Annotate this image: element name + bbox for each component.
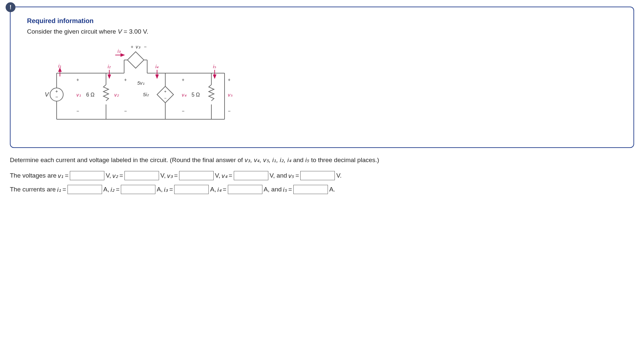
svg-text:−: − <box>144 44 147 49</box>
question-vars: v₃, v₄, v₅, i₁, i₂, i₄ <box>245 157 291 163</box>
svg-text:+: + <box>124 77 127 82</box>
alert-icon: ! <box>6 2 15 12</box>
i2-var: i₂ <box>111 186 115 193</box>
svg-marker-29 <box>121 54 124 56</box>
svg-text:+: + <box>131 44 133 49</box>
v5-label: v₅ <box>228 92 233 98</box>
v4-label: v₄ <box>182 92 187 98</box>
currents-lead: The currents are <box>10 186 56 193</box>
i5-var: i₅ <box>283 186 287 193</box>
circuit-diagram: + − V 6 Ω 5 Ω + v₃ − 5v₁ + − 5i₂ <box>27 42 617 134</box>
svg-marker-33 <box>213 75 216 78</box>
v5-input[interactable] <box>300 171 335 180</box>
eq2v: = <box>120 172 123 179</box>
i1-var: i₁ <box>57 186 61 193</box>
eq3i: = <box>169 186 173 193</box>
v4-input[interactable] <box>234 171 268 180</box>
svg-marker-27 <box>108 75 111 78</box>
dependent-voltage-source <box>127 52 144 68</box>
i4-label: i₄ <box>155 64 159 69</box>
i4-input[interactable] <box>228 185 262 194</box>
required-info-box: ! Required information Consider the give… <box>10 7 634 148</box>
v4-var: v₄ <box>222 172 228 180</box>
prompt-prefix: Consider the given circuit where <box>27 28 118 35</box>
svg-marker-18 <box>127 52 144 68</box>
dependent-current-source: + − <box>157 86 174 103</box>
eq5i: = <box>288 186 292 193</box>
i5-label: i₅ <box>213 64 216 69</box>
svg-text:−: − <box>55 94 58 100</box>
eq4v: = <box>229 172 232 179</box>
i4-var: i₄ <box>217 186 221 193</box>
voltages-lead: The voltages are <box>10 172 57 179</box>
prompt-eq: = 3.00 V. <box>122 28 148 35</box>
svg-text:−: − <box>228 108 230 114</box>
i2-label: i₂ <box>108 64 111 69</box>
u3v: V, <box>215 172 220 179</box>
u1v: V, <box>106 172 111 179</box>
v2-label: v₂ <box>114 92 119 98</box>
u5v: V. <box>336 172 341 179</box>
eq1v: = <box>65 172 68 179</box>
resistor-6ohm-label: 6 Ω <box>86 92 94 98</box>
svg-text:+: + <box>76 77 79 82</box>
u3i: A, <box>210 186 216 193</box>
svg-text:+: + <box>164 89 166 94</box>
u1i: A, <box>103 186 109 193</box>
eq4i: = <box>223 186 227 193</box>
u4i: A, and <box>264 186 282 193</box>
prompt-var: V <box>118 28 122 35</box>
i2-input[interactable] <box>121 185 155 194</box>
circuit-svg: + − V 6 Ω 5 Ω + v₃ − 5v₁ + − 5i₂ <box>27 42 241 134</box>
resistor-5ohm-label: 5 Ω <box>192 92 200 98</box>
svg-marker-31 <box>156 75 158 78</box>
svg-text:−: − <box>164 96 166 100</box>
v1-label: v₁ <box>76 92 81 98</box>
question-and: and <box>291 157 305 163</box>
u2i: A, <box>157 186 163 193</box>
prompt-text: Consider the given circuit where V = 3.0… <box>27 28 617 35</box>
question-last-var: i₅ <box>305 157 309 163</box>
currents-row: The currents are i₁ = A, i₂ = A, i₃ = A,… <box>10 185 634 194</box>
v3-label-top: v₃ <box>136 44 141 49</box>
v3-input[interactable] <box>179 171 214 180</box>
question-end: to three decimal places.) <box>309 157 379 163</box>
v2-input[interactable] <box>124 171 159 180</box>
v2-var: v₂ <box>112 172 118 180</box>
eq3v: = <box>174 172 178 179</box>
voltages-row: The voltages are v₁ = V, v₂ = V, v₃ = V,… <box>10 171 634 180</box>
i1-label: i₁ <box>58 63 61 69</box>
svg-text:+: + <box>182 77 184 82</box>
svg-text:+: + <box>55 89 58 94</box>
i3-var: i₃ <box>164 186 168 193</box>
eq1i: = <box>63 186 66 193</box>
i1-input[interactable] <box>67 185 102 194</box>
v5-var: v₅ <box>288 172 294 180</box>
question-text: Determine each current and voltage label… <box>10 156 634 164</box>
source-label: V <box>45 91 49 98</box>
eq2i: = <box>116 186 120 193</box>
eq5v: = <box>295 172 299 179</box>
v1-var: v₁ <box>58 172 64 180</box>
question-start: Determine each current and voltage label… <box>10 157 245 163</box>
svg-marker-25 <box>59 68 61 71</box>
i3-input[interactable] <box>174 185 209 194</box>
i5-input[interactable] <box>293 185 328 194</box>
svg-text:+: + <box>228 77 230 82</box>
dep-v-label: 5v₁ <box>137 80 145 86</box>
svg-text:−: − <box>76 108 79 114</box>
svg-text:−: − <box>124 108 127 114</box>
v3-var: v₃ <box>167 172 173 180</box>
svg-text:−: − <box>182 108 184 114</box>
u2v: V, <box>160 172 166 179</box>
required-info-title: Required information <box>27 17 617 25</box>
dep-i-label: 5i₂ <box>143 92 149 97</box>
u5i: A. <box>329 186 335 193</box>
i3-label: i₃ <box>118 48 121 54</box>
v1-input[interactable] <box>70 171 104 180</box>
u4v: V, and <box>270 172 287 179</box>
